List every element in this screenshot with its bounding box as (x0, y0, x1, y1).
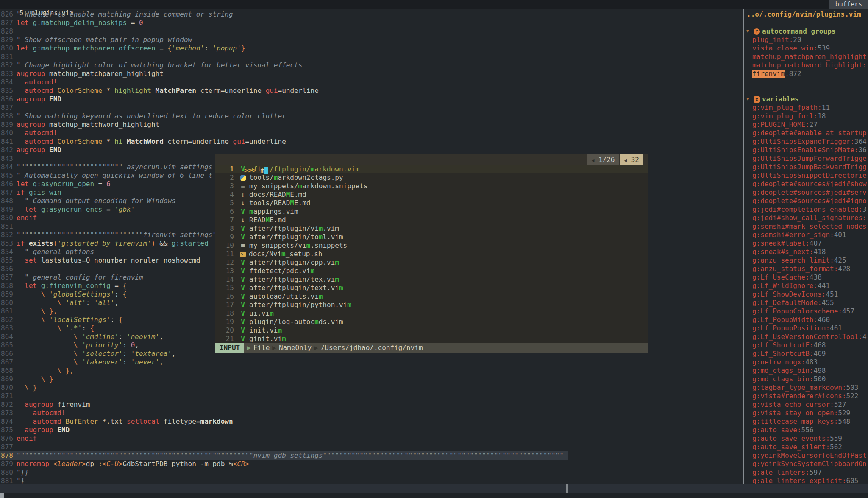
vista-section-header[interactable]: ▼xvariables (745, 95, 868, 104)
vista-tag-item[interactable]: g:deoplete#enable_at_startup (745, 129, 868, 137)
fold-arrow-icon[interactable]: ▼ (746, 27, 751, 36)
code-line[interactable]: 870 \ } (0, 383, 743, 392)
file-result-row[interactable]: 4↓docs/README.md (215, 190, 648, 199)
vista-tag-item[interactable]: g:Lf_PopupColorscheme:457 (745, 307, 868, 316)
code-line[interactable]: 871 (0, 392, 743, 400)
code-line[interactable]: 828 (0, 27, 743, 36)
code-line[interactable]: 829" Show offscreen match pair in popup … (0, 36, 743, 44)
vista-tag-item[interactable]: g:sneak#s_next:418 (745, 248, 868, 256)
vista-tag-item[interactable]: g:jedi#completions_enabled:3 (745, 205, 868, 214)
file-result-row[interactable]: 1Vafter/ftplugin/markdown.vim (215, 165, 648, 173)
vista-sidebar[interactable]: ..o/.config/nvim/plugins.vim ▼?autocomma… (745, 9, 868, 484)
file-result-row[interactable]: 6Vmappings.vim (215, 207, 648, 216)
vista-tag-item[interactable]: g:semshi#error_sign:401 (745, 231, 868, 239)
file-result-row[interactable]: 13Vftdetect/pdc.vim (215, 267, 648, 275)
code-line[interactable]: 837 (0, 104, 743, 112)
code-line[interactable]: 879nnoremap <leader>dp :<C-U>GdbStartPDB… (0, 460, 743, 468)
code-line[interactable]: 842augroup END (0, 146, 743, 154)
vista-tag-item[interactable]: vista_close_win:539 (745, 44, 868, 53)
command-line[interactable] (0, 493, 868, 498)
code-line[interactable]: 873 autocmd! (0, 409, 743, 417)
code-line[interactable]: 880"}} (0, 468, 743, 477)
file-result-row[interactable]: 16Vautoload/utils.vim (215, 292, 648, 301)
vista-tag-item[interactable]: g:vista_stay_on_open:529 (745, 409, 868, 417)
vista-section-header[interactable]: ▼?autocommand groups (745, 27, 868, 36)
code-line[interactable]: 838" Show matching keyword as underlined… (0, 112, 743, 120)
code-line[interactable]: 868 \ }, (0, 367, 743, 375)
vista-tag-item[interactable]: g:anzu_search_limit:425 (745, 256, 868, 265)
vista-tag-item[interactable]: g:Lf_UseVersionControlTool:4 (745, 333, 868, 341)
code-line[interactable]: 835 autocmd ColorScheme * highlight Matc… (0, 87, 743, 95)
vista-tag-item[interactable]: matchup_matchparen_highlight (745, 53, 868, 61)
file-result-row[interactable]: 12Vafter/ftplugin/cpp.vim (215, 258, 648, 267)
code-line[interactable]: 876endif (0, 434, 743, 443)
vista-tag-item[interactable]: g:Lf_DefaultMode:455 (745, 299, 868, 307)
vista-tag-item[interactable]: g:md_ctags_bin:498 (745, 367, 868, 375)
code-line[interactable]: 841 autocmd ColorScheme * hi MatchWord c… (0, 137, 743, 146)
cursor-line[interactable]: 878"""""""""""""""""""""""""""""""""""""… (0, 451, 743, 460)
file-result-row[interactable]: 7↓README.md (215, 216, 648, 224)
file-result-row[interactable]: 3≡my_snippets/markdown.snippets (215, 182, 648, 190)
vista-tag-item[interactable]: g:UltiSnipsJumpForwardTrigge (745, 154, 868, 163)
vista-tag-item[interactable]: g:Lf_UseCache:438 (745, 273, 868, 282)
vista-tag-item[interactable]: g:UltiSnipsSnippetDirectorie (745, 171, 868, 180)
code-line[interactable]: 831 (0, 53, 743, 61)
code-line[interactable]: 867 \ 'takeover': 'never', (0, 358, 743, 367)
fold-arrow-icon[interactable]: ▼ (746, 95, 751, 104)
vista-tag-item[interactable]: g:Lf_WildIgnore:441 (745, 282, 868, 290)
vista-tag-item[interactable]: g:sneak#label:407 (745, 239, 868, 248)
code-line[interactable]: 872 augroup firenvim (0, 400, 743, 409)
vista-tag-item[interactable]: matchup_matchword_highlight: (745, 61, 868, 70)
vista-tag-item[interactable]: g:yoinkSyncSystemClipboardOn (745, 460, 868, 468)
vista-tag-item[interactable]: g:auto_save:556 (745, 426, 868, 434)
file-result-row[interactable]: 18Vui.vim (215, 309, 648, 318)
vista-tag-item[interactable]: firenvim:872 (745, 70, 868, 78)
vista-tag-item[interactable]: g:UltiSnipsJumpBackwardTrigg (745, 163, 868, 171)
file-result-row[interactable]: 2tools/markdown2ctags.py (215, 173, 648, 182)
window-separator[interactable] (743, 9, 744, 484)
code-line[interactable]: 833augroup matchup_matchparen_highlight (0, 70, 743, 78)
code-line[interactable]: 875 augroup END (0, 426, 743, 434)
vista-tag-item[interactable]: g:jedi#show_call_signatures: (745, 214, 868, 222)
vista-tag-item[interactable]: g:Lf_ShowDevIcons:451 (745, 290, 868, 299)
file-result-row[interactable]: 15Vafter/ftplugin/text.vim (215, 284, 648, 292)
vista-tag-item[interactable]: g:auto_save_silent:562 (745, 443, 868, 451)
file-result-row[interactable]: 8Vafter/ftplugin/vim.vim (215, 224, 648, 233)
file-result-row[interactable]: 10≡my_snippets/vim.snippets (215, 241, 648, 250)
vista-tag-item[interactable]: g:Lf_PopupPosition:461 (745, 324, 868, 333)
vista-tag-item[interactable]: g:UltiSnipsEnableSnipMate:36 (745, 146, 868, 154)
vista-tag-item[interactable]: g:deoplete#sources#jedi#serv (745, 188, 868, 197)
fuzzy-search-input[interactable]: >>> m ◀ 1/26 ◀ 32 (215, 154, 648, 165)
vista-tag-item[interactable]: g:UltiSnipsExpandTrigger:364 (745, 137, 868, 146)
vista-tag-item[interactable]: g:titlecase_map_keys:548 (745, 417, 868, 426)
code-line[interactable]: 839augroup matchup_matchword_highlight (0, 120, 743, 129)
code-line[interactable]: 830let g:matchup_matchparen_offscreen = … (0, 44, 743, 53)
file-result-row[interactable]: 20Vinit.vim (215, 326, 648, 335)
code-line[interactable]: 877 (0, 443, 743, 451)
file-result-row[interactable]: 11>_docs/Nvim_setup.sh (215, 250, 648, 258)
code-line[interactable]: 874 autocmd BufEnter *.txt setlocal file… (0, 417, 743, 426)
code-line[interactable]: 826" Whether to enable matching inside c… (0, 10, 743, 19)
code-line[interactable]: 834 autocmd! (0, 78, 743, 87)
vista-tag-item[interactable]: g:netrw_nogx:483 (745, 358, 868, 367)
vista-tag-item[interactable]: plug_init:20 (745, 36, 868, 44)
code-line[interactable]: 869 \ } (0, 375, 743, 383)
file-result-row[interactable]: 14Vafter/ftplugin/tex.vim (215, 275, 648, 284)
vista-tag-item[interactable]: g:auto_save_events:559 (745, 434, 868, 443)
file-result-row[interactable]: 17Vafter/ftplugin/python.vim (215, 301, 648, 309)
vista-tag-item[interactable]: g:PLUGIN_HOME:27 (745, 120, 868, 129)
vista-tag-item[interactable]: g:md_ctags_bin:500 (745, 375, 868, 383)
file-result-row[interactable]: 5↓tools/README.md (215, 199, 648, 207)
vista-tag-item[interactable]: g:vista_echo_cursor:527 (745, 400, 868, 409)
vista-tag-item[interactable]: g:tagbar_type_markdown:503 (745, 383, 868, 392)
file-result-row[interactable]: 19Vplugin/log-autocmds.vim (215, 318, 648, 326)
file-result-row[interactable]: 9Vafter/ftplugin/toml.vim (215, 233, 648, 241)
vista-tag-item[interactable]: g:semshi#mark_selected_nodes (745, 222, 868, 231)
vista-tag-item[interactable]: g:anzu_status_format:428 (745, 265, 868, 273)
code-line[interactable]: 840 autocmd! (0, 129, 743, 137)
vista-tag-item[interactable]: g:ale_linters:597 (745, 468, 868, 477)
code-line[interactable]: 836augroup END (0, 95, 743, 104)
vista-tag-item[interactable]: g:Lf_PopupWidth:460 (745, 316, 868, 324)
file-result-row[interactable]: 21Vginit.vim (215, 335, 648, 343)
buffers-label[interactable]: buffers (829, 0, 868, 9)
